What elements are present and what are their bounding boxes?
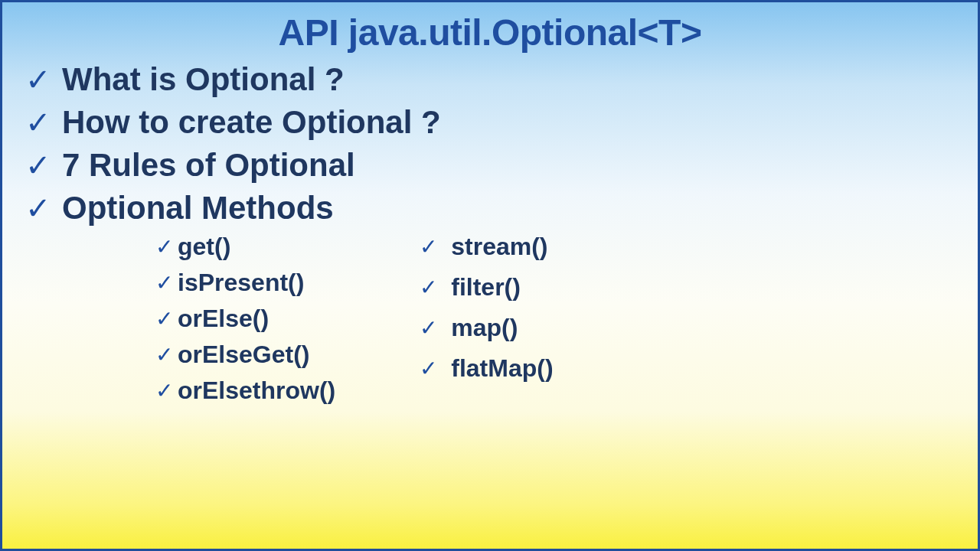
method-item: ✓ map(): [420, 314, 553, 342]
check-icon: ✓: [420, 315, 437, 341]
method-text: filter(): [451, 273, 521, 302]
check-icon: ✓: [420, 356, 437, 382]
methods-container: ✓ get() ✓ isPresent() ✓ orElse() ✓ orEls…: [18, 233, 962, 412]
check-icon: ✓: [155, 306, 173, 332]
method-text: isPresent(): [178, 269, 304, 297]
topic-text: 7 Rules of Optional: [62, 147, 355, 184]
check-icon: ✓: [155, 234, 173, 260]
check-icon: ✓: [155, 342, 173, 368]
method-text: orElseGet(): [178, 341, 309, 369]
method-item: ✓ orElseGet(): [155, 341, 335, 369]
topic-item: ✓ 7 Rules of Optional: [25, 147, 962, 184]
methods-right-column: ✓ stream() ✓ filter() ✓ map() ✓ flatMap(…: [420, 233, 553, 412]
slide-title: API java.util.Optional<T>: [18, 11, 962, 54]
method-item: ✓ flatMap(): [420, 354, 553, 383]
check-icon: ✓: [155, 270, 173, 296]
check-icon: ✓: [25, 61, 51, 98]
check-icon: ✓: [25, 190, 51, 227]
check-icon: ✓: [25, 147, 51, 184]
check-icon: ✓: [420, 275, 437, 301]
method-item: ✓ orElse(): [155, 305, 335, 333]
slide-content: API java.util.Optional<T> ✓ What is Opti…: [0, 0, 980, 551]
method-text: get(): [178, 233, 230, 261]
method-text: orElse(): [178, 305, 269, 333]
topic-text: How to create Optional ?: [62, 104, 441, 141]
topic-text: What is Optional ?: [62, 61, 345, 98]
check-icon: ✓: [155, 378, 173, 404]
method-text: flatMap(): [451, 354, 553, 383]
method-item: ✓ orElsethrow(): [155, 377, 335, 405]
method-text: orElsethrow(): [178, 377, 335, 405]
method-item: ✓ get(): [155, 233, 335, 261]
method-item: ✓ filter(): [420, 273, 553, 302]
topic-text: Optional Methods: [62, 190, 334, 227]
method-text: map(): [451, 314, 518, 342]
topic-item: ✓ Optional Methods: [25, 190, 962, 227]
check-icon: ✓: [25, 104, 51, 141]
method-text: stream(): [451, 233, 547, 261]
method-item: ✓ isPresent(): [155, 269, 335, 297]
check-icon: ✓: [420, 234, 437, 260]
method-item: ✓ stream(): [420, 233, 553, 261]
topics-list: ✓ What is Optional ? ✓ How to create Opt…: [18, 61, 962, 227]
methods-left-column: ✓ get() ✓ isPresent() ✓ orElse() ✓ orEls…: [155, 233, 335, 412]
topic-item: ✓ What is Optional ?: [25, 61, 962, 98]
topic-item: ✓ How to create Optional ?: [25, 104, 962, 141]
